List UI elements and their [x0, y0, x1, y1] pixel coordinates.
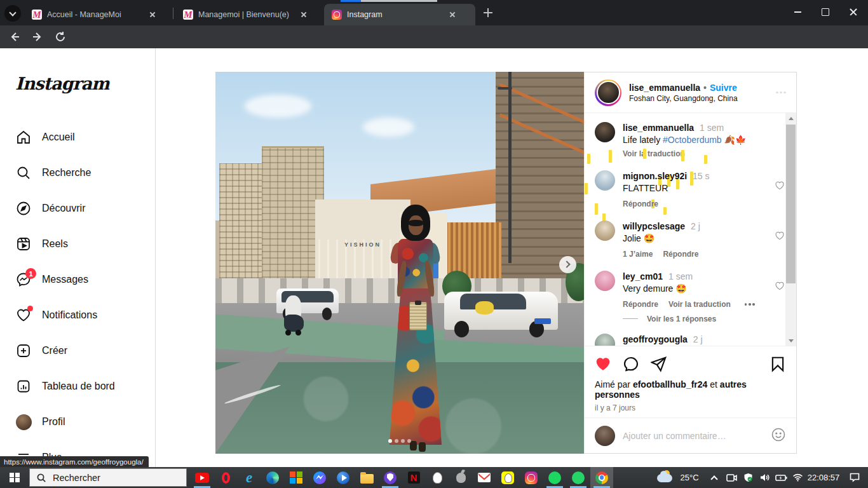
sidebar-item-creer[interactable]: Créer — [0, 333, 156, 369]
liked-user[interactable]: efootballhub_fr24 — [633, 379, 707, 390]
taskbar-app-snapchat[interactable] — [496, 467, 519, 488]
taskbar-app-youtube[interactable] — [191, 467, 214, 488]
tray-meet-now-icon[interactable] — [723, 467, 740, 488]
tray-clock[interactable]: 22:08:57 — [804, 467, 843, 488]
taskbar-app-chrome[interactable] — [590, 467, 613, 488]
taskbar-app-messenger[interactable] — [308, 467, 331, 488]
taskbar-app-microsoft-store[interactable] — [285, 467, 308, 488]
window-close-button[interactable] — [839, 0, 868, 24]
post-options-icon[interactable] — [776, 90, 786, 95]
comment-input[interactable]: Ajouter un commentaire… — [623, 431, 763, 441]
sidebar-item-notifications[interactable]: Notifications — [0, 297, 156, 333]
sidebar-item-decouvrir[interactable]: Découvrir — [0, 191, 156, 226]
taskbar-app-netflix[interactable]: N — [402, 467, 425, 488]
comment-like-icon[interactable] — [775, 180, 785, 193]
like-heart-icon[interactable] — [595, 356, 611, 372]
comment-like-icon[interactable] — [775, 231, 785, 243]
add-comment-row[interactable]: Ajouter un commentaire… — [585, 417, 796, 453]
sidebar-item-recherche[interactable]: Recherche — [0, 155, 156, 191]
scrollbar-up-arrow[interactable] — [785, 113, 796, 123]
taskbar-search[interactable]: Rechercher — [29, 468, 187, 487]
avatar[interactable] — [595, 334, 615, 346]
taskbar-app-ghost[interactable] — [426, 467, 449, 488]
tray-wifi-icon[interactable] — [789, 467, 806, 488]
taskbar-app-internet-explorer[interactable]: e — [238, 467, 261, 488]
comment-username[interactable]: geoffroygougla — [623, 334, 688, 344]
comment-username[interactable]: willypcslesage — [623, 221, 685, 231]
window-maximize-button[interactable] — [811, 0, 840, 24]
comment-like-count[interactable]: 1 J’aime — [623, 249, 653, 259]
comment-options-icon[interactable] — [745, 302, 755, 307]
reply-link[interactable]: Répondre — [623, 199, 658, 209]
close-tab-icon[interactable] — [147, 10, 158, 20]
taskbar-app-spotify[interactable] — [543, 467, 566, 488]
scrollbar-thumb[interactable] — [786, 125, 796, 283]
follow-button[interactable]: Suivre — [710, 83, 737, 93]
start-button[interactable] — [0, 467, 29, 488]
carousel-dots[interactable] — [215, 439, 584, 443]
taskbar-app-movies-tv[interactable] — [332, 467, 355, 488]
tab-instagram-active[interactable]: Instagram — [324, 4, 475, 25]
tray-chevron-up-icon[interactable] — [707, 467, 722, 488]
scrollbar-down-arrow[interactable] — [785, 336, 796, 346]
avatar[interactable] — [595, 220, 615, 241]
tab-managemoi-accueil[interactable]: M Accueil - ManageMoi — [24, 4, 172, 25]
tray-defender-icon[interactable] — [740, 467, 756, 488]
action-center-icon[interactable] — [845, 467, 864, 488]
close-tab-icon[interactable] — [447, 10, 458, 20]
translate-link[interactable]: Voir la traduction — [668, 299, 731, 309]
caption-username[interactable]: lise_emmanuella — [623, 123, 694, 133]
tab-managemoi-bienvenue[interactable]: M Managemoi | Bienvenu(e) — [175, 4, 322, 25]
comments-scrollbar[interactable] — [785, 113, 796, 346]
view-replies-link[interactable]: Voir les 1 réponses — [623, 315, 786, 323]
emoji-icon[interactable] — [771, 427, 786, 444]
post-header: lise_emmanuella • Suivre Foshan City, Gu… — [585, 72, 796, 113]
tray-volume-icon[interactable] — [756, 467, 773, 488]
avatar[interactable] — [595, 271, 615, 291]
sidebar-item-profil[interactable]: Profil — [0, 404, 156, 440]
save-bookmark-icon[interactable] — [770, 356, 786, 372]
sidebar-item-messages[interactable]: 1 Messages — [0, 262, 156, 297]
author-username[interactable]: lise_emmanuella — [629, 83, 700, 93]
post-location[interactable]: Foshan City, Guangdong, China — [629, 94, 738, 103]
caption-hashtag[interactable]: #Octoberdumb — [663, 135, 722, 145]
avatar[interactable] — [595, 170, 615, 191]
author-avatar[interactable] — [595, 79, 621, 106]
instagram-logo[interactable]: Instagram — [15, 74, 109, 93]
tab-search-button[interactable] — [4, 5, 21, 22]
back-button[interactable] — [6, 29, 23, 45]
new-tab-button[interactable] — [482, 6, 494, 19]
comment-username[interactable]: ley_cm01 — [623, 271, 663, 281]
taskbar-app-edge[interactable] — [261, 467, 284, 488]
taskbar-app-apple[interactable] — [449, 467, 472, 488]
taskbar-app-gmail[interactable] — [473, 467, 496, 488]
reply-link[interactable]: Répondre — [623, 299, 658, 309]
sidebar-item-reels[interactable]: Reels — [0, 226, 156, 262]
taskbar-app-security[interactable] — [379, 467, 402, 488]
share-icon[interactable] — [651, 356, 667, 372]
tray-temperature[interactable]: 25°C — [676, 467, 703, 488]
edge-icon — [266, 471, 279, 484]
comment-icon[interactable] — [623, 356, 639, 372]
window-minimize-button[interactable] — [783, 0, 812, 24]
weather-icon[interactable] — [656, 467, 675, 488]
reload-button[interactable] — [52, 29, 69, 45]
taskbar-app-opera[interactable] — [214, 467, 237, 488]
avatar[interactable] — [595, 122, 615, 142]
post-photo[interactable]: YISHION HEFANG — [215, 72, 584, 454]
sidebar-item-accueil[interactable]: Accueil — [0, 119, 156, 155]
carousel-next-button[interactable] — [559, 256, 576, 273]
sidebar-item-tableau-de-bord[interactable]: Tableau de bord — [0, 369, 156, 404]
taskbar-app-file-explorer[interactable] — [355, 467, 378, 488]
comments-section[interactable]: lise_emmanuella 1 sem Life lately #Octob… — [585, 113, 796, 346]
reply-link[interactable]: Répondre — [663, 249, 698, 259]
translate-link[interactable]: Voir la traduction — [623, 149, 786, 159]
taskbar-app-whatsapp[interactable] — [567, 467, 590, 488]
comment-username[interactable]: mignon.sley92i — [623, 171, 687, 181]
view-replies-label[interactable]: Voir les 1 réponses — [647, 315, 716, 323]
tray-battery-icon[interactable] — [773, 467, 790, 488]
forward-button[interactable] — [29, 29, 46, 45]
close-tab-icon[interactable] — [299, 10, 309, 20]
comment-like-icon[interactable] — [775, 281, 785, 293]
taskbar-app-instagram[interactable] — [520, 467, 543, 488]
